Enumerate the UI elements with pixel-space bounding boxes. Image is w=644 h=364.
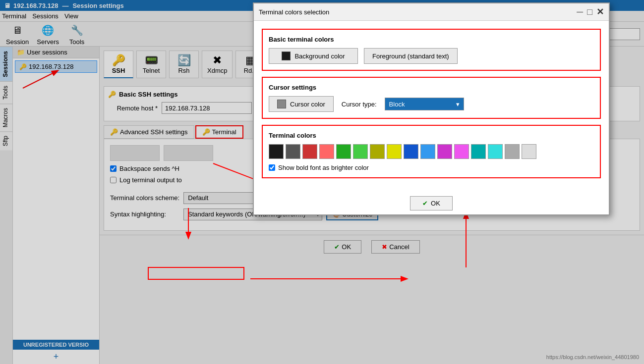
title-bar-title: Session settings — [72, 2, 123, 9]
palette-color-6[interactable] — [370, 144, 385, 159]
dialog-ok-icon: ✔ — [422, 200, 428, 207]
cancel-button[interactable]: ✖ Cancel — [371, 240, 419, 254]
syntax-label: Syntax highlighting: — [110, 210, 179, 218]
left-sidebar: Sessions Tools Macros Sftp — [0, 47, 13, 364]
protocol-tab-telnet[interactable]: 📟 Telnet — [136, 51, 166, 78]
backspace-checkbox[interactable] — [110, 165, 117, 172]
basic-colors-title: Basic terminal colors — [269, 36, 594, 43]
dialog-ok-area: ✔ OK — [254, 192, 609, 214]
unregistered-bar: UNREGISTERED VERSIO — [13, 340, 99, 350]
cursor-type-value: Block — [389, 101, 456, 108]
ssh-tab-advanced[interactable]: 🔑 Advanced SSH settings — [104, 125, 194, 139]
colors-scheme-label: Terminal colors scheme: — [110, 194, 179, 202]
watermark: https://blog.csdn.net/weixin_44801980 — [546, 354, 639, 360]
toolbar-tools[interactable]: 🔧 Tools — [65, 21, 89, 47]
dialog-ok-label: OK — [431, 200, 440, 207]
terminal-colors-title: Terminal colors — [269, 132, 594, 139]
toolbar-session[interactable]: 🖥 Session — [4, 21, 31, 47]
bold-label: Show bold font as brighter color — [278, 164, 369, 171]
sidebar-tab-sftp[interactable]: Sftp — [0, 131, 12, 150]
folder-icon: 📁 — [17, 49, 25, 56]
basic-ssh-title: Basic SSH settings — [119, 91, 178, 98]
remote-host-input[interactable] — [162, 102, 252, 114]
background-color-btn[interactable]: Background color — [269, 48, 358, 64]
palette-color-12[interactable] — [471, 144, 486, 159]
dialog-ok-btn[interactable]: ✔ OK — [410, 196, 453, 210]
menu-sessions[interactable]: Sessions — [32, 12, 59, 20]
log-terminal-label: Log terminal output to — [119, 176, 182, 184]
cursor-row: Cursor color Cursor type: Block ▾ — [269, 96, 594, 112]
palette-color-5[interactable] — [353, 144, 368, 159]
session-item-label: 192.168.73.128 — [29, 63, 73, 70]
advanced-ssh-label: Advanced SSH settings — [120, 128, 188, 136]
protocol-tab-xdmcp[interactable]: ✖ Xdmcp — [202, 51, 233, 78]
toolbar-servers[interactable]: 🌐 Servers — [35, 21, 61, 47]
bold-checkbox[interactable] — [269, 164, 275, 171]
ok-icon: ✔ — [334, 243, 340, 251]
ok-label: OK — [342, 243, 351, 251]
protocol-tab-ssh[interactable]: 🔑 SSH — [104, 51, 133, 78]
dialog-title: Terminal colors selection — [259, 8, 329, 16]
palette-color-11[interactable] — [454, 144, 469, 159]
cursor-type-select[interactable]: Block ▾ — [385, 98, 464, 110]
palette-color-7[interactable] — [387, 144, 402, 159]
basic-colors-section: Basic terminal colors Background color F… — [262, 29, 601, 71]
bottom-buttons: ✔ OK ✖ Cancel — [100, 235, 644, 259]
terminal-colors-dialog: Terminal colors selection ─ □ ✕ Basic te… — [253, 2, 610, 215]
menu-view[interactable]: View — [64, 12, 78, 20]
basic-ssh-icon: 🔑 — [108, 91, 116, 98]
app-icon: 🖥 — [4, 2, 10, 9]
cursor-type-label: Cursor type: — [342, 101, 377, 108]
cursor-section: Cursor settings Cursor color Cursor type… — [262, 77, 601, 119]
telnet-tab-label: Telnet — [143, 67, 160, 74]
palette-color-8[interactable] — [404, 144, 418, 159]
palette-color-0[interactable] — [269, 144, 284, 159]
sidebar-tab-macros[interactable]: Macros — [0, 104, 12, 131]
terminal-ssh-icon: 🔑 — [202, 128, 210, 136]
palette-color-10[interactable] — [437, 144, 452, 159]
palette-color-4[interactable] — [336, 144, 351, 159]
cancel-label: Cancel — [389, 243, 409, 251]
toolbar-tools-label: Tools — [69, 38, 84, 46]
palette-color-1[interactable] — [286, 144, 300, 159]
background-btn-label: Background color — [294, 52, 345, 60]
menu-terminal[interactable]: Terminal — [2, 12, 26, 20]
dialog-title-bar: Terminal colors selection ─ □ ✕ — [254, 3, 609, 21]
protocol-tab-rsh[interactable]: 🔄 Rsh — [169, 51, 199, 78]
remote-host-label: Remote host * — [108, 104, 158, 112]
palette-color-13[interactable] — [488, 144, 503, 159]
palette-color-9[interactable] — [420, 144, 435, 159]
cursor-title: Cursor settings — [269, 84, 594, 91]
color-palette — [269, 144, 594, 159]
sidebar-tab-tools[interactable]: Tools — [0, 81, 12, 104]
tools-icon: 🔧 — [69, 22, 85, 38]
foreground-color-btn[interactable]: Foreground (standard text) — [364, 48, 458, 64]
palette-color-2[interactable] — [302, 144, 317, 159]
servers-icon: 🌐 — [40, 22, 56, 38]
sessions-panel: 📁 User sessions 🔑 192.168.73.128 UNREGIS… — [13, 47, 100, 364]
log-terminal-checkbox[interactable] — [110, 177, 117, 183]
ssh-tab-label: SSH — [112, 67, 125, 74]
telnet-icon: 📟 — [145, 54, 158, 67]
ok-button[interactable]: ✔ OK — [324, 240, 361, 254]
dialog-body: Basic terminal colors Background color F… — [254, 21, 609, 192]
session-icon: 🖥 — [9, 22, 25, 38]
dialog-close-btn[interactable]: ✕ — [596, 6, 604, 17]
sessions-header-label: User sessions — [27, 49, 67, 56]
advanced-ssh-icon: 🔑 — [110, 128, 118, 136]
cursor-color-btn[interactable]: Cursor color — [269, 96, 334, 112]
rsh-icon: 🔄 — [177, 54, 191, 67]
xdmcp-tab-label: Xdmcp — [207, 67, 227, 74]
ssh-tab-terminal[interactable]: 🔑 Terminal — [195, 125, 243, 139]
sidebar-tab-sessions[interactable]: Sessions — [0, 47, 12, 81]
add-session-btn[interactable]: + — [13, 350, 99, 364]
ssh-icon: 🔑 — [112, 54, 125, 67]
title-bar-ip: 192.168.73.128 — [13, 2, 58, 9]
palette-color-3[interactable] — [319, 144, 334, 159]
session-item-ip[interactable]: 🔑 192.168.73.128 — [15, 60, 97, 73]
backspace-label: Backspace sends ^H — [119, 165, 179, 172]
bold-checkbox-row: Show bold font as brighter color — [269, 164, 594, 171]
terminal-ssh-label: Terminal — [212, 128, 236, 136]
palette-color-14[interactable] — [505, 144, 520, 159]
palette-color-15[interactable] — [522, 144, 536, 159]
